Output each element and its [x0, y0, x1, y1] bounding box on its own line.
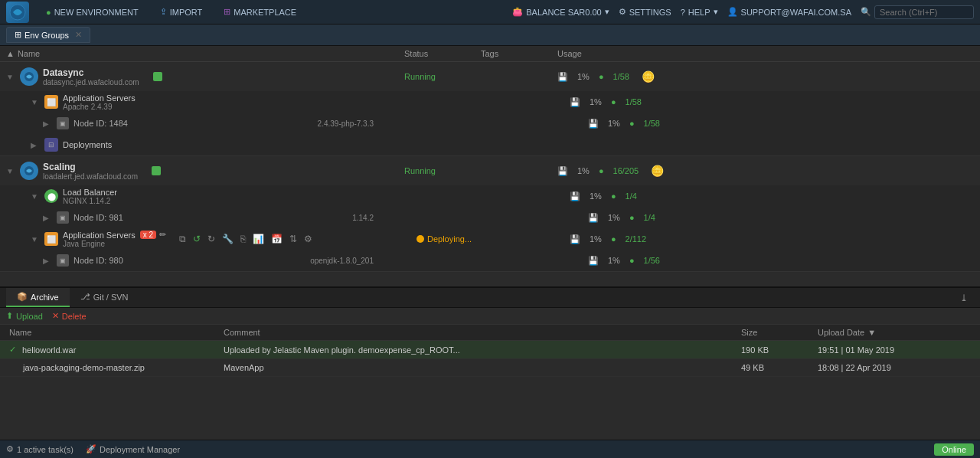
node-1484-icon: ▣ [57, 117, 69, 129]
env-scaling: ▼ Scaling loadalert.jed.wafacloud.com Ru… [0, 156, 980, 272]
help-dropdown-icon: ▾ [714, 7, 718, 17]
search-input[interactable] [874, 5, 974, 19]
appservers2-chevron[interactable]: ▼ [31, 235, 40, 244]
appservers2-layer-row: ▼ ⬜ Application Servers x 2 ✏ Java Engin… [0, 228, 980, 250]
tab-archive[interactable]: 📦 Archive [6, 288, 70, 307]
appservers2-icon: ⬜ [44, 232, 58, 246]
scaling-ram-icon: ● [599, 166, 604, 175]
active-tasks-item[interactable]: ⚙ 1 active task(s) [6, 444, 74, 454]
tab-close-icon[interactable]: ✕ [75, 30, 82, 40]
delete-button[interactable]: ✕ Delete [52, 311, 87, 321]
help-icon: ? [681, 8, 685, 17]
appservers2-ram-icon: ● [611, 234, 616, 244]
import-icon: ⇪ [160, 7, 167, 17]
scaling-hdd-icon: 💾 [557, 166, 568, 176]
calendar-action-btn[interactable]: 📅 [269, 232, 285, 246]
appservers-chevron[interactable]: ▼ [31, 98, 40, 106]
tabs-bar: ⊞ Env Groups ✕ [0, 25, 980, 46]
datasync-chevron[interactable]: ▼ [6, 73, 15, 81]
balance-item[interactable]: 👛 BALANCE SAR0.00 ▾ [512, 7, 609, 17]
appservers2-status: Deploying... [416, 234, 493, 244]
env-datasync: ▼ Datasync datasync.jed.wafacloud.com Ru… [0, 62, 980, 156]
topnav: ● NEW ENVIRONMENT ⇪ IMPORT ⊞ MARKETPLACE… [0, 0, 980, 25]
settings-action-btn[interactable]: ⚙ [302, 232, 315, 246]
datasync-hdd-icon: 💾 [557, 72, 568, 82]
node-981-row: ▶ ▣ Node ID: 981 1.14.2 💾 1% ● 1/4 [0, 207, 980, 228]
logo[interactable] [6, 2, 29, 23]
refresh-action-btn[interactable]: ↻ [205, 232, 217, 246]
balance-icon: 👛 [512, 7, 523, 17]
store-icon: ⊞ [224, 7, 230, 17]
scaling-status-icon [152, 166, 161, 175]
status-bar: ⚙ 1 active task(s) 🚀 Deployment Manager … [0, 440, 980, 458]
node-1484-chevron[interactable]: ▶ [43, 119, 52, 128]
settings-item[interactable]: ⚙ SETTINGS [619, 7, 671, 17]
deploy-action-btn[interactable]: ⇅ [287, 232, 299, 246]
scaling-chevron[interactable]: ▼ [6, 167, 15, 175]
clone-action-btn[interactable]: ⎘ [238, 232, 248, 246]
scaling-coin-icon: 🪙 [651, 165, 664, 177]
marketplace-button[interactable]: ⊞ MARKETPLACE [219, 4, 301, 20]
gear-icon: ⚙ [619, 7, 626, 17]
appservers-icon: ⬜ [44, 95, 58, 109]
node-1484-row: ▶ ▣ Node ID: 1484 2.4.39-php-7.3.3 💾 1% … [0, 113, 980, 134]
node-980-hdd-icon: 💾 [588, 256, 599, 266]
appservers2-hdd-icon: 💾 [570, 234, 580, 244]
file-row-0[interactable]: ✓ helloworld.war Uploaded by Jelastic Ma… [0, 341, 980, 359]
file-row-1[interactable]: java-packaging-demo-master.zip MavenApp … [0, 359, 980, 377]
env-datasync-row: ▼ Datasync datasync.jed.wafacloud.com Ru… [0, 62, 980, 91]
node-1484-ram-icon: ● [629, 119, 635, 128]
config-action-btn[interactable]: 🔧 [220, 232, 236, 246]
edit-icon[interactable]: ✏ [159, 230, 166, 240]
file-check-icon: ✓ [9, 345, 16, 355]
env-scaling-row: ▼ Scaling loadalert.jed.wafacloud.com Ru… [0, 156, 980, 185]
deployment-manager-item[interactable]: 🚀 Deployment Manager [86, 444, 180, 454]
datasync-env-icon [20, 67, 38, 86]
import-button[interactable]: ⇪ IMPORT [155, 4, 207, 20]
datasync-status: Running [404, 72, 481, 81]
node-980-row: ▶ ▣ Node ID: 980 openjdk-1.8.0_201 💾 1% … [0, 250, 980, 271]
datasync-coin-icon: 🪙 [642, 70, 655, 83]
upload-button[interactable]: ⬆ Upload [6, 311, 43, 321]
help-item[interactable]: ? HELP ▾ [681, 7, 718, 17]
appservers-ram-icon: ● [611, 97, 616, 106]
tab-git-svn[interactable]: ⎇ Git / SVN [70, 288, 139, 307]
open-action-btn[interactable]: ⧉ [177, 232, 188, 246]
lb-layer-row: ▼ ⬤ Load Balancer NGINX 1.14.2 💾 1% ● 1/… [0, 185, 980, 207]
node-981-hdd-icon: 💾 [588, 213, 599, 223]
appservers-hdd-icon: 💾 [570, 97, 580, 107]
restart-action-btn[interactable]: ↺ [191, 232, 203, 246]
user-icon: 👤 [727, 7, 738, 17]
lb-icon: ⬤ [44, 189, 58, 203]
bottom-tabs: 📦 Archive ⎇ Git / SVN ⤓ [0, 288, 980, 308]
scaling-env-icon [20, 162, 38, 180]
plus-icon: ● [46, 8, 51, 17]
env-groups-icon: ⊞ [15, 30, 21, 40]
node-980-chevron[interactable]: ▶ [43, 257, 52, 265]
node-981-ram-icon: ● [629, 213, 635, 222]
stats-action-btn[interactable]: 📊 [250, 232, 266, 246]
column-headers: ▲ Name Status Tags Usage [0, 46, 980, 62]
support-item[interactable]: 👤 SUPPORT@WAFAI.COM.SA [727, 7, 851, 17]
online-badge: Online [934, 443, 974, 456]
new-environment-button[interactable]: ● NEW ENVIRONMENT [41, 5, 143, 20]
node-1484-hdd-icon: 💾 [588, 119, 599, 129]
scaling-status: Running [404, 166, 481, 175]
balance-dropdown-icon: ▾ [605, 7, 609, 17]
lb-chevron[interactable]: ▼ [31, 192, 40, 201]
datasync-status-icon [153, 72, 162, 81]
download-icon[interactable]: ⤓ [954, 290, 974, 306]
sort-name-icon[interactable]: ▲ [6, 49, 15, 58]
date-sort-icon: ▼ [867, 328, 876, 337]
appservers2-actions: ⧉ ↺ ↻ 🔧 ⎘ 📊 📅 ⇅ ⚙ [177, 232, 315, 246]
node-981-chevron[interactable]: ▶ [43, 214, 52, 222]
lb-ram-icon: ● [611, 191, 616, 201]
search-input-wrapper[interactable]: 🔍 [861, 5, 974, 19]
file-table: Name Comment Size Upload Date ▼ ✓ hellow… [0, 325, 980, 440]
search-icon: 🔍 [861, 7, 871, 17]
node-980-ram-icon: ● [629, 256, 635, 265]
deployments-chevron[interactable]: ▶ [31, 141, 40, 149]
file-table-header: Name Comment Size Upload Date ▼ [0, 325, 980, 341]
tab-env-groups[interactable]: ⊞ Env Groups ✕ [6, 27, 90, 43]
delete-icon: ✕ [52, 311, 59, 321]
